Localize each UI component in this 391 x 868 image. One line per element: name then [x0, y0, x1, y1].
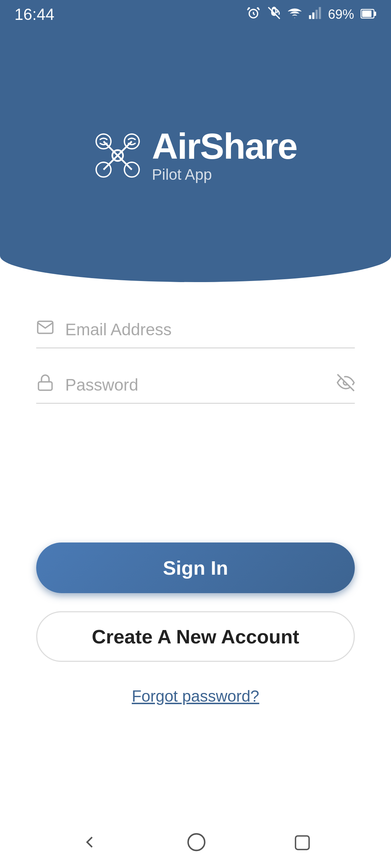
svg-rect-7	[374, 12, 376, 16]
recents-icon	[293, 833, 311, 856]
svg-rect-3	[312, 12, 314, 19]
mute-icon	[267, 6, 281, 23]
back-button[interactable]	[80, 832, 100, 857]
home-button[interactable]	[186, 832, 206, 857]
home-icon	[186, 832, 206, 857]
eye-off-icon[interactable]	[337, 374, 355, 396]
recents-button[interactable]	[293, 833, 311, 856]
envelope-icon	[36, 318, 54, 340]
drone-icon	[94, 132, 141, 179]
form-section	[0, 297, 391, 429]
svg-rect-5	[319, 7, 321, 19]
signal-icon	[308, 7, 321, 23]
app-name: AirShare	[152, 128, 297, 164]
status-icons: 69%	[246, 6, 377, 24]
back-icon	[80, 832, 100, 857]
svg-rect-4	[315, 10, 318, 19]
svg-point-20	[188, 834, 205, 851]
svg-rect-8	[362, 10, 371, 17]
password-input-group	[36, 374, 355, 404]
email-input-group	[36, 318, 355, 348]
svg-rect-2	[309, 15, 311, 19]
signin-button[interactable]: Sign In	[36, 542, 355, 593]
status-time: 16:44	[14, 5, 54, 24]
alarm-icon	[246, 6, 261, 24]
lock-icon	[36, 374, 54, 396]
hero-section: AirShare Pilot App	[0, 0, 391, 282]
create-account-button[interactable]: Create A New Account	[36, 611, 355, 662]
buttons-section: Sign In Create A New Account Forgot pass…	[0, 542, 391, 705]
wifi-icon	[287, 6, 302, 24]
svg-rect-18	[38, 382, 52, 390]
status-bar: 16:44	[0, 0, 391, 29]
app-subtitle: Pilot App	[152, 166, 297, 183]
logo-container: AirShare Pilot App	[94, 128, 297, 183]
forgot-password-button[interactable]: Forgot password?	[132, 687, 259, 705]
password-input[interactable]	[65, 375, 337, 395]
bottom-nav	[0, 821, 391, 868]
battery-percent: 69%	[328, 7, 354, 22]
svg-rect-21	[295, 836, 309, 850]
email-input[interactable]	[65, 320, 355, 339]
battery-icon	[361, 8, 377, 21]
app-name-container: AirShare Pilot App	[152, 128, 297, 183]
